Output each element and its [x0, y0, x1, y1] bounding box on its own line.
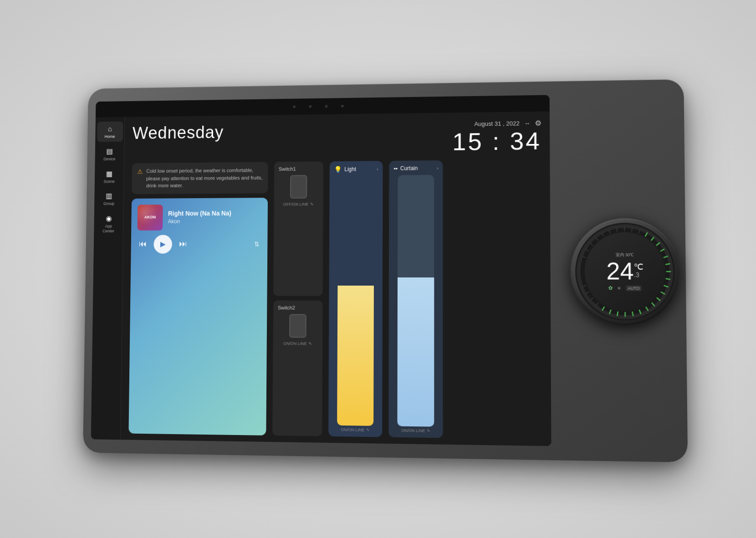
- header-right: August 31 , 2022 ↔ ⚙ 15 : 34: [452, 118, 541, 154]
- curtain-status-text: ON/ON LINE: [401, 428, 425, 433]
- light-edit-icon[interactable]: ✎: [366, 427, 370, 432]
- camera-dot-1: [293, 105, 296, 108]
- svg-line-31: [590, 243, 593, 245]
- play-button[interactable]: ▶: [153, 235, 172, 253]
- curtain-slider-area: 59% ON/ON LINE ✎: [388, 174, 443, 438]
- shuffle-button[interactable]: ⇅: [254, 240, 260, 247]
- svg-line-20: [596, 302, 598, 305]
- music-details: Right Now (Na Na Na) Akon: [168, 209, 261, 224]
- device-shell: ⌂ Home ▤ Device ▦ Scene ▥ Group ◉ AppC: [83, 79, 688, 462]
- switch1-edit-icon[interactable]: ✎: [310, 202, 314, 206]
- date-row: August 31 , 2022 ↔ ⚙: [474, 118, 541, 128]
- light-title: Light: [344, 166, 356, 172]
- sidebar-item-home-label: Home: [105, 134, 115, 139]
- sidebar-item-group-label: Group: [103, 201, 114, 206]
- switch2-label: Switch2: [278, 304, 295, 310]
- camera-dot-2: [309, 105, 312, 108]
- auto-badge: AUTO: [626, 285, 641, 291]
- album-inner: AKON: [138, 204, 163, 230]
- thermostat-inner: 室内 30℃ 24 ℃ .3 ✿ ❄ AUTO: [584, 232, 665, 311]
- nav-arrows-icon[interactable]: ↔: [524, 120, 530, 127]
- switch2-status: ON/ON LINE ✎: [283, 341, 312, 345]
- light-panel: 💡 Light › 56% ON/ON LINE ✎: [328, 161, 383, 437]
- camera-dot-4: [341, 104, 344, 107]
- main-area: Wednesday August 31 , 2022 ↔ ⚙ 15 : 34: [121, 111, 552, 446]
- switch1-toggle[interactable]: [290, 175, 307, 199]
- light-bulb-icon: 💡: [334, 165, 342, 173]
- content-grid: ⚠ Cold low onset period, the weather is …: [128, 159, 542, 439]
- curtain-icon: ▪▪: [393, 165, 398, 171]
- svg-line-18: [609, 310, 611, 313]
- svg-line-12: [652, 303, 654, 306]
- svg-line-25: [632, 227, 632, 231]
- switch1-label: Switch1: [279, 166, 296, 171]
- curtain-slider[interactable]: 59%: [397, 174, 434, 426]
- temp-main: 24 ℃ .3: [606, 259, 643, 283]
- sidebar-item-scene[interactable]: ▦ Scene: [96, 165, 123, 186]
- fan-icon: ✿: [608, 285, 613, 291]
- light-status-text: ON/ON LINE: [341, 427, 365, 432]
- sidebar-item-app-center-label: AppCenter: [102, 224, 114, 233]
- svg-line-4: [661, 249, 664, 251]
- device-icon: ▤: [106, 147, 112, 155]
- curtain-edit-icon[interactable]: ✎: [427, 428, 430, 433]
- curtain-panel: ▪▪ Curtain › 59% ON/ON LINE ✎: [388, 160, 443, 438]
- svg-line-10: [661, 292, 664, 294]
- prev-button[interactable]: ⏮: [139, 239, 147, 249]
- thermostat-ring: /* ticks via HTML below */: [575, 222, 675, 320]
- screen-area: ⌂ Home ▤ Device ▦ Scene ▥ Group ◉ AppC: [91, 95, 552, 446]
- sidebar-item-app-center[interactable]: ◉ AppCenter: [95, 210, 122, 236]
- wind-icon: ❄: [618, 286, 621, 290]
- switch1-status-text: OFF/ON LINE: [283, 202, 308, 206]
- switch2-card: Switch2 ON/ON LINE ✎: [272, 300, 322, 436]
- play-icon: ▶: [160, 240, 166, 248]
- light-title-group: 💡 Light: [334, 165, 356, 173]
- home-icon: ⌂: [108, 125, 112, 133]
- temp-value: 24: [606, 259, 634, 283]
- switch2-edit-icon[interactable]: ✎: [308, 341, 312, 345]
- curtain-status: ON/ON LINE ✎: [401, 428, 430, 433]
- group-icon: ▥: [106, 192, 112, 200]
- music-info: AKON Right Now (Na Na Na) Akon: [138, 204, 262, 230]
- curtain-chevron-icon[interactable]: ›: [437, 165, 438, 170]
- svg-line-3: [657, 243, 659, 245]
- next-button[interactable]: ⏭: [179, 239, 187, 249]
- svg-line-21: [590, 297, 593, 300]
- svg-line-19: [603, 307, 604, 310]
- curtain-percent: 59%: [408, 413, 424, 423]
- settings-icon[interactable]: ⚙: [535, 118, 541, 127]
- sidebar-item-scene-label: Scene: [103, 179, 114, 184]
- curtain-title-group: ▪▪ Curtain: [393, 165, 418, 171]
- svg-line-11: [657, 298, 660, 300]
- app-center-icon: ◉: [106, 214, 112, 223]
- camera-dot-3: [325, 105, 327, 108]
- light-slider[interactable]: 56%: [337, 176, 374, 426]
- album-label: AKON: [144, 215, 156, 220]
- svg-line-14: [639, 310, 641, 313]
- light-percent: 56%: [347, 412, 363, 422]
- music-player: AKON Right Now (Na Na Na) Akon ⏮: [128, 197, 268, 435]
- temp-unit: ℃: [633, 261, 643, 272]
- artist-name: Akon: [168, 218, 261, 225]
- switch2-toggle[interactable]: [289, 313, 306, 337]
- date-text: August 31 , 2022: [474, 120, 519, 127]
- sidebar-item-home[interactable]: ⌂ Home: [97, 121, 123, 142]
- alert-icon: ⚠: [137, 168, 143, 175]
- curtain-header: ▪▪ Curtain ›: [389, 160, 443, 175]
- temp-decimal: .3: [634, 271, 639, 278]
- sidebar-item-device-label: Device: [103, 156, 115, 161]
- screen-content: ⌂ Home ▤ Device ▦ Scene ▥ Group ◉ AppC: [91, 111, 552, 446]
- light-chevron-icon[interactable]: ›: [377, 166, 378, 171]
- switch1-card: Switch1 OFF/ON LINE ✎: [273, 161, 323, 296]
- sidebar-item-group[interactable]: ▥ Group: [96, 188, 122, 209]
- switch1-status: OFF/ON LINE ✎: [283, 202, 314, 206]
- thermostat-outer[interactable]: /* ticks via HTML below */: [570, 218, 680, 325]
- alert-text: Cold low onset period, the weather is co…: [146, 166, 263, 189]
- thermostat-controls: ✿ ❄ AUTO: [608, 285, 642, 291]
- sidebar-item-device[interactable]: ▤ Device: [97, 143, 123, 164]
- room-label: 室内 30℃: [616, 252, 634, 258]
- light-header: 💡 Light ›: [330, 161, 383, 177]
- sidebar: ⌂ Home ▤ Device ▦ Scene ▥ Group ◉ AppC: [91, 117, 125, 439]
- curtain-title: Curtain: [400, 165, 418, 171]
- light-status: ON/ON LINE ✎: [341, 427, 370, 432]
